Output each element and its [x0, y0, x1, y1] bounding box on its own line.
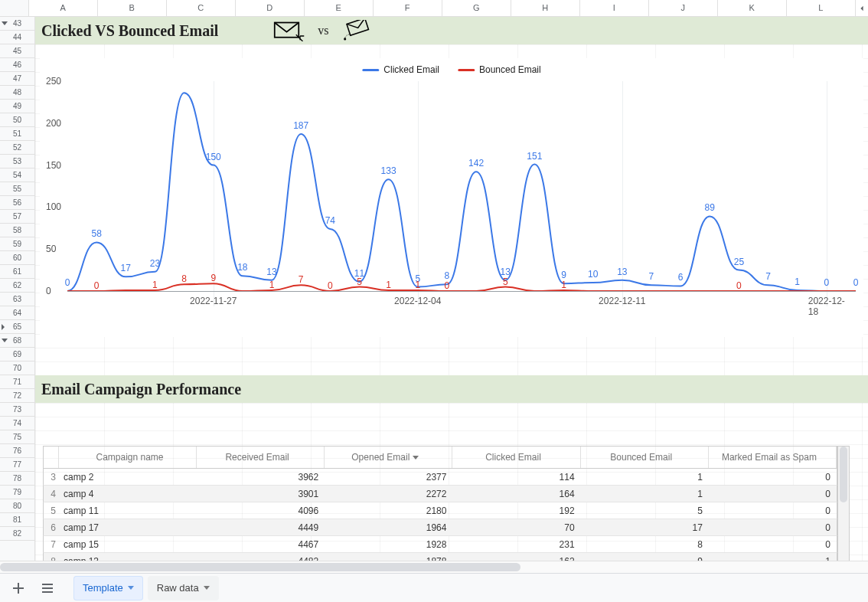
row-header-65[interactable]: 65 — [0, 320, 34, 334]
table-row[interactable]: 7camp 154467192823180 — [43, 536, 837, 553]
table-vertical-scrollbar[interactable] — [837, 446, 850, 573]
row-header-57[interactable]: 57 — [0, 210, 34, 224]
column-header-A[interactable]: A — [29, 0, 98, 16]
row-header-82[interactable]: 82 — [0, 527, 34, 541]
row-header-62[interactable]: 62 — [0, 279, 34, 293]
cell-bounced: 17 — [581, 519, 709, 535]
row-header-80[interactable]: 80 — [0, 499, 34, 513]
row-header-61[interactable]: 61 — [0, 265, 34, 279]
cell-bounced: 8 — [581, 536, 709, 552]
envelope-click-icon — [273, 20, 305, 41]
column-header-D[interactable]: D — [236, 0, 305, 16]
sort-desc-icon — [413, 456, 419, 460]
y-tick: 50 — [46, 244, 56, 254]
scrollbar-thumb[interactable] — [0, 563, 520, 571]
x-tick: 2022-12-18 — [808, 296, 845, 317]
row-header-75[interactable]: 75 — [0, 430, 34, 444]
column-header-F[interactable]: F — [374, 0, 442, 16]
row-header-74[interactable]: 74 — [0, 417, 34, 430]
legend-bounced: Bounced Email — [479, 64, 541, 75]
row-header-49[interactable]: 49 — [0, 100, 34, 113]
row-header-58[interactable]: 58 — [0, 224, 34, 237]
campaign-performance-table[interactable]: Campaign name Received Email Opened Emai… — [43, 446, 837, 573]
row-header-47[interactable]: 47 — [0, 72, 34, 86]
row-header-64[interactable]: 64 — [0, 306, 34, 320]
table-row[interactable]: 3camp 23962237711410 — [43, 469, 837, 486]
sheet-tab-bar: Template Raw data — [0, 573, 868, 602]
table-row[interactable]: 4camp 43901227216410 — [43, 486, 837, 502]
x-tick: 2022-12-11 — [599, 296, 645, 306]
col-clicked[interactable]: Clicked Email — [452, 447, 580, 468]
row-header-76[interactable]: 76 — [0, 444, 34, 458]
row-header-72[interactable]: 72 — [0, 389, 34, 403]
section-header-clicked-vs-bounced: Clicked VS Bounced Email vs — [35, 17, 868, 44]
row-header-46[interactable]: 46 — [0, 58, 34, 72]
row-header-45[interactable]: 45 — [0, 44, 34, 58]
row-header-55[interactable]: 55 — [0, 182, 34, 196]
col-opened[interactable]: Opened Email — [325, 447, 452, 468]
row-header-44[interactable]: 44 — [0, 31, 34, 44]
column-header-H[interactable]: H — [511, 0, 580, 16]
row-header-79[interactable]: 79 — [0, 486, 34, 499]
column-header-C[interactable]: C — [167, 0, 236, 16]
row-header-73[interactable]: 73 — [0, 403, 34, 417]
col-received[interactable]: Received Email — [197, 447, 325, 468]
row-header-63[interactable]: 63 — [0, 293, 34, 306]
scroll-left-indicator[interactable] — [856, 0, 868, 16]
section-title: Email Campaign Performance — [41, 381, 241, 398]
row-header-59[interactable]: 59 — [0, 237, 34, 251]
all-sheets-button[interactable] — [35, 576, 60, 600]
row-header-77[interactable]: 77 — [0, 458, 34, 472]
row-header-60[interactable]: 60 — [0, 251, 34, 265]
spreadsheet-app: ABCDEFGHIJKL 434445464748495051525354555… — [0, 0, 868, 602]
tab-template[interactable]: Template — [73, 576, 143, 600]
row-header-71[interactable]: 71 — [0, 375, 34, 389]
table-row[interactable]: 5camp 114096218019250 — [43, 502, 837, 519]
col-bounced[interactable]: Bounced Email — [581, 447, 709, 468]
tab-raw-data[interactable]: Raw data — [148, 576, 219, 600]
col-campaign-name[interactable]: Campaign name — [59, 447, 197, 468]
cell-clicked: 231 — [452, 536, 580, 552]
cell-opened: 1928 — [325, 536, 452, 552]
row-index: 3 — [44, 469, 59, 485]
row-header-53[interactable]: 53 — [0, 155, 34, 168]
row-header-51[interactable]: 51 — [0, 127, 34, 141]
table-row[interactable]: 6camp 174449196470170 — [43, 519, 837, 536]
cell-spam: 0 — [709, 486, 837, 502]
y-tick: 200 — [46, 118, 61, 129]
row-header-52[interactable]: 52 — [0, 141, 34, 155]
y-tick: 150 — [46, 160, 61, 171]
sheet-horizontal-scrollbar[interactable] — [0, 561, 868, 573]
column-header-E[interactable]: E — [305, 0, 374, 16]
sheet-canvas[interactable]: Clicked VS Bounced Email vs Clicked Emai… — [35, 17, 868, 573]
select-all-corner[interactable] — [0, 0, 29, 16]
chevron-down-icon — [128, 586, 134, 590]
row-header-81[interactable]: 81 — [0, 513, 34, 527]
row-header-68[interactable]: 68 — [0, 334, 34, 348]
row-header-69[interactable]: 69 — [0, 348, 34, 362]
column-header-I[interactable]: I — [580, 0, 649, 16]
column-header-B[interactable]: B — [98, 0, 167, 16]
column-header-J[interactable]: J — [649, 0, 718, 16]
chart-plot — [67, 81, 856, 293]
row-index: 4 — [44, 486, 59, 502]
col-spam[interactable]: Marked Email as Spam — [709, 447, 837, 468]
scrollbar-thumb[interactable] — [840, 447, 847, 502]
row-header-50[interactable]: 50 — [0, 113, 34, 127]
column-header-K[interactable]: K — [718, 0, 787, 16]
cell-clicked: 164 — [452, 486, 580, 502]
cell-received: 4467 — [197, 536, 325, 552]
row-header-70[interactable]: 70 — [0, 362, 34, 375]
row-header-48[interactable]: 48 — [0, 86, 34, 100]
column-header-G[interactable]: G — [442, 0, 511, 16]
chart-clicked-vs-bounced[interactable]: Clicked Email Bounced Email 050100150200… — [40, 58, 863, 337]
row-header-54[interactable]: 54 — [0, 168, 34, 182]
cell-opened: 2377 — [325, 469, 452, 485]
column-header-L[interactable]: L — [787, 0, 856, 16]
cell-clicked: 192 — [452, 502, 580, 519]
add-sheet-button[interactable] — [6, 576, 31, 600]
cell-campaign-name: camp 11 — [59, 502, 197, 519]
row-header-78[interactable]: 78 — [0, 472, 34, 486]
row-header-56[interactable]: 56 — [0, 196, 34, 210]
row-header-43[interactable]: 43 — [0, 17, 34, 31]
